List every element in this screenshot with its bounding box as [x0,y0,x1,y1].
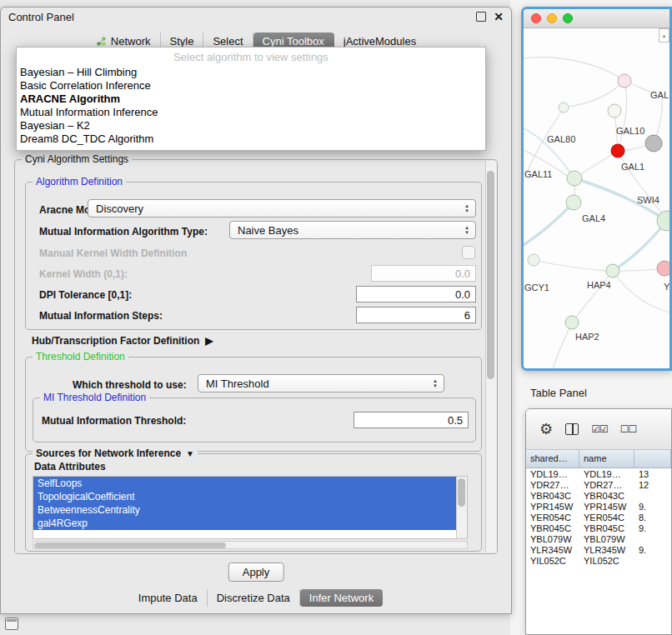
apply-button[interactable]: Apply [228,562,284,582]
tab-label: Infer Network [309,592,374,604]
hub-definition-section[interactable]: Hub/Transcription Factor Definition ▶ [32,335,213,347]
column-header[interactable]: shared… [526,450,579,468]
table-row[interactable]: YIL052CYIL052C [526,555,671,566]
gear-icon[interactable]: ⚙ [539,420,553,438]
columns-icon[interactable] [565,423,579,435]
collapse-triangle-icon[interactable]: ▼ [186,449,194,458]
network-node-gal4[interactable] [566,195,581,210]
aracne-mode-dropdown[interactable]: Discovery ▲▼ [88,199,476,218]
network-node-gray[interactable] [645,135,662,152]
table-row[interactable]: YBR045CYBR045C9. [526,522,671,533]
column-header[interactable] [634,450,671,468]
close-panel-icon[interactable]: ✕ [494,11,504,22]
table-cell: YLR345W [526,545,579,555]
table-cell: 9. [634,545,671,555]
tab-label: Cyni Toolbox [263,35,324,48]
data-attributes-list: SelfLoopsTopologicalCoefficientBetweenne… [33,477,457,530]
scrollbar-thumb[interactable] [458,478,465,507]
kernel-width-input[interactable] [371,265,476,282]
zoom-window-icon[interactable] [563,13,573,23]
algorithm-option[interactable]: Bayesian – Hill Climbing [17,66,485,79]
scrollbar-thumb[interactable] [487,171,494,379]
settings-group-title: Cyni Algorithm Settings [22,153,132,165]
table-row[interactable]: YBL079WYBL079W [526,533,671,544]
attributes-scrollbar[interactable] [456,477,467,538]
control-panel-titlebar[interactable]: Control Panel ✕ [1,8,511,26]
network-graph[interactable]: GAL80GAL10GAL11GAL1SWI4GAL4GCY1HAP4HAP2G… [524,28,669,371]
table-row[interactable]: YDL19…YDL19…13 [526,468,671,479]
network-node-hap2[interactable] [565,316,579,329]
dpi-tolerance-label: DPI Tolerance [0,1]: [39,289,132,301]
network-canvas[interactable]: GAL80GAL10GAL11GAL1SWI4GAL4GCY1HAP4HAP2G… [524,28,669,368]
dpi-tolerance-input[interactable] [356,286,476,302]
table-row[interactable]: YBR043CYBR043C [526,490,671,501]
network-node-white-1[interactable] [608,104,621,118]
scrollbar-thumb[interactable] [34,542,226,548]
network-node-swi4[interactable] [657,211,669,231]
mi-threshold-input[interactable] [354,412,469,428]
network-node-hap4[interactable] [606,264,619,278]
data-attribute-item[interactable]: gal4RGexp [33,517,457,530]
table-cell: 9. [634,502,671,512]
network-node-label: SWI4 [637,195,659,205]
close-window-icon[interactable] [531,13,541,23]
network-scrollbar[interactable]: ▲ [659,28,669,42]
manual-kernel-checkbox[interactable] [462,246,475,259]
attributes-hscrollbar[interactable] [33,541,468,549]
select-all-icon[interactable]: ☑☑ [591,423,608,435]
float-panel-icon[interactable] [476,12,486,22]
data-attributes-listbox[interactable]: SelfLoopsTopologicalCoefficientBetweenne… [33,476,468,539]
table-panel-title: Table Panel [530,387,587,399]
stepper-icon: ▲▼ [461,201,473,216]
network-node-gal10-red[interactable] [611,144,624,158]
network-node-label: GAL10 [616,126,644,136]
data-attributes-label: Data Attributes [34,461,106,472]
algorithm-option[interactable]: Dream8 DC_TDC Algorithm [17,132,485,146]
table-row[interactable]: YLR345WYLR345W9. [526,544,671,555]
settings-groupbox: Cyni Algorithm Settings Algorithm Defini… [14,159,498,554]
tab-label: Discretize Data [217,592,290,604]
network-node-gal11[interactable] [567,171,582,186]
tab-discretize-data[interactable]: Discretize Data [208,589,300,607]
algorithm-option[interactable]: Basic Correlation Inference [17,79,485,92]
tab-infer-network[interactable]: Infer Network [300,589,383,607]
deselect-all-icon[interactable]: ☐☐ [620,423,637,435]
panel-corner-icon[interactable] [5,618,18,630]
network-node-white-2[interactable] [559,102,569,112]
mi-type-dropdown[interactable]: Naive Bayes ▲▼ [229,221,476,239]
which-threshold-dropdown[interactable]: MI Threshold ▲▼ [198,374,444,392]
table-cell: YPR145W [579,502,634,512]
table-cell: YDR27… [526,480,579,490]
bottom-tab-bar: Impute DataDiscretize DataInfer Network [1,589,511,607]
kernel-width-label: Kernel Width (0,1): [39,268,128,280]
data-attribute-item[interactable]: BetweennessCentrality [33,503,457,517]
table-cell: YPR145W [526,502,579,512]
network-node-label: GAL1 [621,162,644,172]
algorithm-popup-list: Bayesian – Hill ClimbingBasic Correlatio… [17,66,485,146]
mi-steps-label: Mutual Information Steps: [39,310,163,322]
network-node-pink-right[interactable] [657,261,669,276]
table-cell: 13 [634,469,671,479]
which-threshold-label: Which threshold to use: [73,379,187,391]
table-row[interactable]: YDR27…YDR27…12 [526,479,671,490]
mi-threshold-groupbox: MI Threshold Definition Mutual Informati… [33,398,476,442]
algorithm-option[interactable]: Bayesian – K2 [17,119,485,132]
sources-title: Sources for Network Inference [36,448,181,459]
algorithm-option[interactable]: Mutual Information Inference [17,106,485,119]
minimize-window-icon[interactable] [547,13,557,23]
tab-impute-data[interactable]: Impute Data [129,589,208,607]
column-header[interactable]: name [579,450,634,468]
table-row[interactable]: YER054CYER054C8. [526,512,671,522]
algorithm-option[interactable]: ARACNE Algorithm [17,92,485,106]
network-titlebar[interactable] [524,9,669,28]
table-cell: YBR043C [579,491,634,501]
table-row[interactable]: YPR145WYPR145W9. [526,501,671,512]
mi-steps-input[interactable] [356,307,476,323]
network-node-label: GAL11 [524,169,552,179]
network-node-gcy1[interactable] [528,254,539,266]
data-attribute-item[interactable]: TopologicalCoefficient [33,490,457,503]
network-node-pink-top[interactable] [618,74,631,88]
data-attribute-item[interactable]: SelfLoops [33,477,457,490]
expand-triangle-icon[interactable]: ▶ [205,335,213,347]
settings-scrollbar[interactable] [485,161,496,552]
